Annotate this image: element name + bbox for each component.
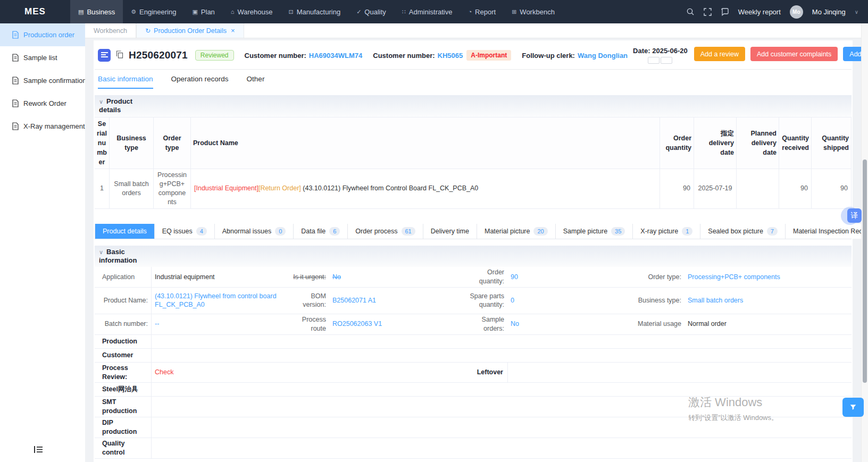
add-customer-complaints-button[interactable]: Add customer complaints bbox=[750, 47, 838, 61]
field-value[interactable]: Processing+PCB+ components bbox=[685, 267, 852, 287]
tab-workbench[interactable]: Workbench bbox=[85, 23, 136, 38]
field-label: BOM version: bbox=[283, 288, 329, 314]
fullscreen-icon[interactable] bbox=[704, 8, 712, 16]
info-row: Production bbox=[95, 335, 852, 349]
document-icon bbox=[12, 99, 19, 107]
tab-operation-records[interactable]: Operation records bbox=[171, 75, 229, 89]
field-value[interactable]: 90 bbox=[507, 267, 634, 287]
column-header: Serial number bbox=[95, 117, 110, 170]
search-icon[interactable] bbox=[686, 7, 695, 16]
product-table-header: Serial number Business type Order type P… bbox=[95, 117, 852, 170]
product-name-cell: [Industrial Equipment][Return Order] (43… bbox=[191, 169, 660, 209]
basic-information-section-header[interactable]: ∨Basic information bbox=[95, 246, 852, 267]
chip-sample-picture[interactable]: Sample picture35 bbox=[556, 224, 633, 239]
tab-other[interactable]: Other bbox=[247, 75, 265, 89]
clerk-link[interactable]: Wang Donglian bbox=[578, 52, 628, 60]
nav-item-administrative[interactable]: ∷Administrative bbox=[394, 0, 461, 23]
refresh-icon[interactable]: ↻ bbox=[145, 27, 151, 35]
manufacturing-icon: ⊡ bbox=[289, 9, 294, 15]
sidebar-item-sample-confirmation-list[interactable]: Sample confirmation list bbox=[0, 69, 85, 92]
nav-item-plan[interactable]: ▣Plan bbox=[184, 0, 222, 23]
field-value[interactable]: Small batch orders bbox=[685, 288, 852, 314]
count-badge: 35 bbox=[611, 227, 625, 236]
nav-label: Engineering bbox=[139, 8, 176, 16]
product-name-text: (43.10.0121) Flywheel from Control Board… bbox=[301, 184, 479, 192]
field-value[interactable]: No bbox=[329, 267, 458, 287]
chip-label: Order process bbox=[355, 228, 397, 235]
chip-product-details[interactable]: Product details bbox=[95, 224, 155, 239]
count-badge: 61 bbox=[402, 227, 415, 236]
nav-label: Report bbox=[475, 8, 496, 16]
field-value bbox=[152, 417, 852, 438]
clerk-field: Follow-up clerk: Wang Donglian bbox=[522, 52, 628, 60]
nav-item-workbench[interactable]: ⊞Workbench bbox=[504, 0, 563, 23]
chip-material-inspection-record[interactable]: Material Inspection Record135 bbox=[786, 224, 868, 239]
field-value[interactable]: 0 bbox=[507, 288, 634, 314]
field-value[interactable]: No bbox=[507, 314, 634, 334]
field-value[interactable]: -- bbox=[152, 314, 283, 334]
column-header: Order quantity bbox=[660, 117, 694, 170]
nav-item-business[interactable]: ▤Business bbox=[70, 0, 123, 23]
field-value[interactable]: RO25062063 V1 bbox=[329, 314, 458, 334]
chip-data-file[interactable]: Data file6 bbox=[294, 224, 348, 239]
order-quantity-cell: 90 bbox=[660, 169, 694, 209]
field-label: Process route bbox=[283, 314, 329, 334]
field-label: Batch number: bbox=[95, 314, 152, 334]
nav-item-manufacturing[interactable]: ⊡Manufacturing bbox=[281, 0, 349, 23]
tab-label: Production Order Details bbox=[154, 27, 227, 35]
add-review-button[interactable]: Add a review bbox=[694, 47, 745, 61]
nav-item-warehouse[interactable]: ⌂Warehouse bbox=[223, 0, 281, 23]
scrollbar-thumb[interactable] bbox=[863, 159, 867, 383]
tab-production-order-details[interactable]: ↻ Production Order Details × bbox=[136, 23, 244, 38]
importance-badge: A-Important bbox=[466, 50, 511, 61]
translate-button[interactable]: 译 bbox=[847, 208, 862, 223]
count-badge: 6 bbox=[329, 227, 340, 236]
field-value[interactable]: (43.10.0121) Flywheel from control board… bbox=[152, 288, 283, 314]
sidebar-item-label: Sample confirmation list bbox=[23, 77, 85, 85]
field-value[interactable]: B25062071 A1 bbox=[329, 288, 458, 314]
process-review-check-link[interactable]: Check bbox=[152, 363, 458, 383]
sidebar-item-xray-management[interactable]: X-Ray management bbox=[0, 115, 85, 138]
message-icon[interactable] bbox=[721, 7, 729, 16]
tab-label: Workbench bbox=[94, 27, 127, 35]
chip-eq-issues[interactable]: EQ issues4 bbox=[155, 224, 215, 239]
date-value: 2025-06-20 bbox=[652, 47, 688, 55]
date-mini-button[interactable] bbox=[661, 57, 672, 64]
vertical-scrollbar[interactable] bbox=[861, 23, 868, 462]
weekly-report-link[interactable]: Weekly report bbox=[738, 8, 781, 16]
group-label: Customer bbox=[95, 349, 152, 362]
tab-basic-information[interactable]: Basic information bbox=[98, 75, 153, 89]
info-row: Application Industrial equipment Is it u… bbox=[95, 267, 852, 288]
nav-item-engineering[interactable]: ⚙Engineering bbox=[123, 0, 184, 23]
user-avatar[interactable]: Mo bbox=[790, 5, 803, 19]
sidebar-collapse-button[interactable] bbox=[34, 447, 43, 455]
field-value bbox=[507, 363, 852, 383]
chip-delivery-time[interactable]: Delivery time bbox=[423, 224, 477, 239]
chip-sealed-box-picture[interactable]: Sealed box picture7 bbox=[700, 224, 786, 239]
product-details-section-header[interactable]: ∨Product details bbox=[95, 95, 852, 117]
date-mini-button[interactable] bbox=[648, 57, 660, 64]
sidebar-item-production-order[interactable]: Production order bbox=[0, 23, 85, 46]
customer-number-link[interactable]: HA69034WLM74 bbox=[309, 52, 362, 60]
style-settings-button[interactable] bbox=[842, 398, 864, 417]
user-name[interactable]: Mo Jinqing bbox=[812, 8, 846, 16]
page-tabbar: Workbench ↻ Production Order Details × bbox=[85, 23, 868, 38]
nav-item-report[interactable]: ◔Report bbox=[460, 0, 504, 23]
customer-number-link[interactable]: KH5065 bbox=[438, 52, 463, 60]
chip-xray-picture[interactable]: X-ray picture1 bbox=[633, 224, 700, 239]
info-row: DIP production bbox=[95, 417, 852, 438]
group-label: Steel网治具 bbox=[95, 383, 152, 396]
copy-icon[interactable] bbox=[116, 51, 123, 60]
sidebar-item-sample-list[interactable]: Sample list bbox=[0, 46, 85, 69]
chip-order-process[interactable]: Order process61 bbox=[348, 224, 423, 239]
top-menu: ▤Business ⚙Engineering ▣Plan ⌂Warehouse … bbox=[70, 0, 563, 23]
return-order-tag: [Return Order] bbox=[258, 184, 301, 192]
chip-material-picture[interactable]: Material picture20 bbox=[477, 224, 556, 239]
main-content: H250620071 Reviewed Customer number: HA6… bbox=[85, 38, 868, 462]
chip-abnormal-issues[interactable]: Abnormal issues0 bbox=[215, 224, 294, 239]
sidebar-item-rework-order[interactable]: Rework Order bbox=[0, 92, 85, 115]
order-type-cell: Processing+PCB+ components bbox=[154, 169, 191, 209]
close-icon[interactable]: × bbox=[231, 27, 235, 35]
nav-label: Plan bbox=[201, 8, 215, 16]
nav-item-quality[interactable]: ✓Quality bbox=[348, 0, 394, 23]
